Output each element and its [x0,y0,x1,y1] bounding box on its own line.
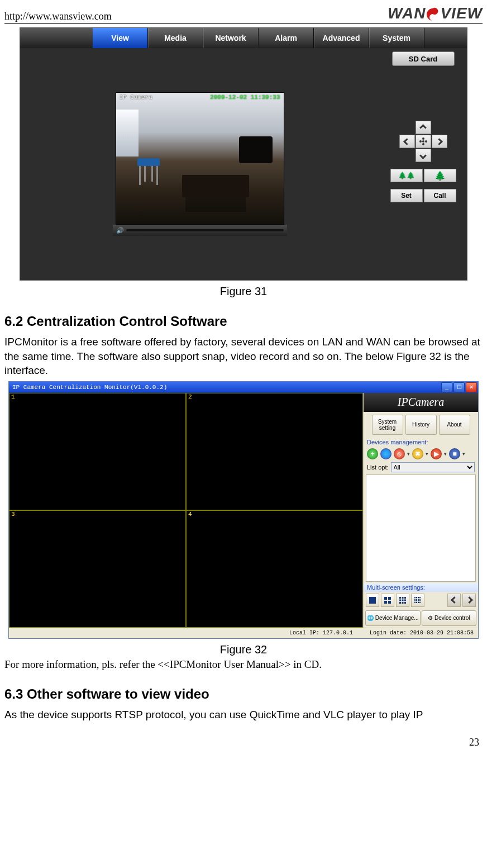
cell-num: 2 [187,393,194,400]
video-grid: 1 2 3 4 [9,393,363,628]
svg-rect-16 [418,597,419,598]
caret-icon: ▾ [462,451,465,457]
svg-rect-21 [419,599,421,600]
device-control-tab[interactable]: ⚙Device control [422,610,477,626]
grid-4-button[interactable] [381,594,394,607]
status-local-ip: Local IP: 127.0.0.1 [289,630,353,636]
playback-bar[interactable]: 🔊 [113,225,287,236]
svg-rect-29 [419,602,421,603]
side-bottom-tabs: 🌐Device Manage... ⚙Device control [364,609,478,628]
system-setting-button[interactable]: System setting [372,415,403,435]
cell-num: 3 [9,511,17,518]
page-prev-button[interactable] [447,594,461,607]
tab-media[interactable]: Media [148,28,203,48]
page-number: 23 [4,737,483,748]
grid-16-button[interactable] [411,594,424,607]
logo-wan: WAN [388,4,426,22]
speaker-icon[interactable]: 🔊 [116,227,123,234]
center-dot-icon [422,140,424,143]
svg-rect-11 [399,602,401,604]
multi-screen-label: Multi-screen settings: [364,583,478,592]
ptz-down-button[interactable] [416,149,431,162]
svg-rect-6 [402,597,404,599]
svg-rect-24 [418,600,419,601]
svg-rect-0 [369,597,376,604]
ptz-left-button[interactable] [399,135,415,148]
svg-rect-27 [416,602,417,603]
ipc-sidebar: IPCamera System setting History About De… [363,393,478,628]
tab-advanced[interactable]: Advanced [314,28,369,48]
ipc-titlebar: IP Camera Centralization Monitor(V1.0.0.… [9,382,478,393]
video-preview: IP Camera 2009-12-02 11:39:33 [116,92,284,225]
svg-rect-12 [402,602,404,604]
svg-rect-28 [418,602,419,603]
caret-icon: ▾ [444,451,447,457]
big-tree-icon: 🌲 [435,170,446,181]
wansview-logo: WANVIEW [388,4,483,22]
para-6-3: As the device supports RTSP protocol, yo… [4,708,483,722]
ipc-button-row: System setting History About [364,412,478,438]
svg-rect-8 [399,599,401,601]
tab-system[interactable]: System [369,28,424,48]
grid-cell-1[interactable]: 1 [9,393,186,510]
grid-1-button[interactable] [366,594,379,607]
remove-device-icon[interactable]: ✖ [412,448,423,459]
status-login-date: Login date: 2010-03-29 21:08:58 [370,630,474,636]
grid-cell-2[interactable]: 2 [186,393,363,510]
globe-icon: 🌐 [367,615,374,621]
header-url: http://www.wansview.com [4,11,112,22]
zoom-out-button[interactable]: 🌲🌲 [390,169,423,182]
preset-set-button[interactable]: Set [390,189,423,202]
tab-alarm[interactable]: Alarm [259,28,314,48]
svg-rect-1 [384,597,387,600]
chevron-right-icon [466,597,473,604]
about-button[interactable]: About [439,415,470,435]
chevron-down-icon [419,152,427,159]
tab-view[interactable]: View [93,28,148,48]
svg-rect-18 [414,599,416,600]
svg-rect-14 [414,597,416,598]
cell-num: 1 [9,393,17,400]
ptz-center-button[interactable] [416,135,431,148]
svg-rect-13 [404,602,406,604]
grid-9-button[interactable] [396,594,409,607]
close-button[interactable]: ✕ [466,382,477,392]
list-opt-select[interactable]: All [391,462,475,472]
heading-6-3: 6.3 Other software to view video [4,686,483,702]
gear-icon: ⚙ [428,615,433,621]
ipc-side-logo: IPCamera [364,393,478,412]
play-device-icon[interactable]: ▶ [431,448,442,459]
window-title: IP Camera Centralization Monitor(V1.0.0.… [10,384,167,391]
ptz-right-button[interactable] [432,135,447,148]
maximize-button[interactable]: ☐ [453,382,465,392]
device-manage-tab[interactable]: 🌐Device Manage... [365,610,421,626]
stop-device-icon[interactable]: ■ [449,448,460,459]
volume-track[interactable] [126,229,284,231]
grid-cell-3[interactable]: 3 [9,510,186,628]
grid-layout-buttons [364,592,478,609]
grid-cell-4[interactable]: 4 [186,510,363,628]
search-device-icon[interactable]: 🌐 [380,448,391,459]
sd-card-button[interactable]: SD Card [392,51,455,66]
logo-s-icon [426,4,440,22]
list-opt-row: List opt: All [364,461,478,473]
minimize-button[interactable]: _ [441,382,452,392]
tab-network[interactable]: Network [203,28,259,48]
scene-window [116,110,139,156]
device-list[interactable] [366,475,476,582]
svg-rect-15 [416,597,417,598]
svg-rect-2 [388,597,391,600]
device-toolbar: + 🌐 ⦸▾ ✖▾ ▶▾ ■▾ [364,447,478,461]
ptz-up-button[interactable] [416,121,431,134]
delete-device-icon[interactable]: ⦸ [394,448,405,459]
preset-call-button[interactable]: Call [424,189,456,202]
page-next-button[interactable] [462,594,476,607]
svg-rect-23 [416,600,417,601]
zoom-in-button[interactable]: 🌲 [424,169,456,182]
add-device-icon[interactable]: + [367,448,378,459]
camui-preview-area: IP Camera 2009-12-02 11:39:33 🔊 [20,48,379,280]
scene-stool [137,158,160,185]
caret-icon: ▾ [407,451,410,457]
history-button[interactable]: History [405,415,437,435]
logo-view: VIEW [440,4,483,22]
